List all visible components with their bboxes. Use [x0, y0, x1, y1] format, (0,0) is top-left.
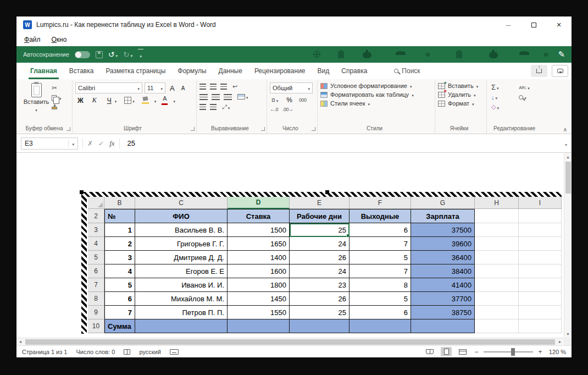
format-painter-button[interactable] — [50, 103, 63, 110]
sheet-cell[interactable]: 25 — [290, 306, 350, 319]
sheet-cell[interactable]: 38400 — [411, 264, 475, 278]
row-header[interactable]: 9 — [88, 306, 104, 319]
sheet-cell[interactable] — [519, 237, 562, 251]
sheet-cell[interactable] — [475, 278, 519, 292]
copy-button[interactable] — [50, 94, 63, 102]
confirm-entry-button[interactable]: ✓ — [98, 140, 104, 147]
horizontal-scrollbar[interactable]: ◄ ► — [16, 338, 564, 345]
column-header-e[interactable]: E — [290, 197, 350, 209]
sheet-cell[interactable] — [475, 306, 519, 319]
sheet-cell[interactable] — [519, 292, 562, 306]
sheet-cell[interactable]: Григорьев Г. Г. — [135, 237, 228, 251]
dialog-launcher-font[interactable] — [191, 127, 195, 131]
vertical-scroll-thumb[interactable] — [565, 162, 571, 194]
sheet-cell[interactable]: 37700 — [411, 292, 475, 306]
read-mode-button[interactable] — [424, 347, 435, 356]
resize-handle-topcenter[interactable] — [325, 190, 329, 194]
scroll-down-arrow[interactable]: ▼ — [564, 330, 572, 338]
dialog-launcher-number[interactable] — [312, 127, 315, 131]
sheet-cell[interactable] — [519, 319, 562, 333]
find-select-button[interactable] — [517, 93, 542, 101]
sheet-cell[interactable]: 1650 — [228, 237, 290, 251]
sheet-cell[interactable]: 3 — [104, 251, 135, 264]
sheet-cell[interactable]: 38750 — [411, 306, 475, 319]
number-format-combo[interactable]: Общий — [270, 82, 313, 93]
sheet-cell[interactable]: 6 — [104, 292, 135, 306]
sheet-cell[interactable] — [475, 292, 519, 306]
align-left-icon[interactable] — [199, 94, 208, 100]
sheet-cell[interactable]: 36400 — [411, 251, 475, 264]
sheet-cell[interactable]: 24 — [290, 264, 350, 278]
tab-data[interactable]: Данные — [213, 63, 248, 79]
align-top-icon[interactable] — [199, 84, 206, 90]
expand-formula-bar-button[interactable] — [565, 139, 567, 148]
sheet-cell[interactable]: 1600 — [228, 264, 290, 278]
menu-window[interactable]: Окно — [52, 36, 67, 43]
undo-button[interactable] — [108, 49, 118, 59]
cancel-entry-button[interactable]: ✗ — [87, 140, 93, 147]
accounting-format-button[interactable] — [270, 96, 280, 104]
format-as-table-button[interactable]: Форматировать как таблицу — [320, 91, 432, 98]
sheet-cell[interactable]: 1800 — [228, 278, 290, 292]
sheet-cell[interactable] — [475, 209, 519, 223]
redo-button[interactable] — [123, 49, 132, 59]
tab-home[interactable]: Главная — [24, 63, 63, 79]
word-count[interactable]: Число слов: 0 — [76, 349, 115, 355]
sheet-cell[interactable] — [475, 319, 519, 333]
sheet-cell[interactable] — [519, 264, 562, 278]
row-header[interactable]: 7 — [88, 278, 104, 292]
row-header[interactable]: 3 — [88, 223, 104, 237]
sheet-cell[interactable] — [475, 223, 519, 237]
scroll-right-arrow[interactable]: ► — [556, 338, 564, 346]
sheet-cell[interactable]: 7 — [350, 264, 411, 278]
web-layout-button[interactable] — [457, 347, 468, 356]
resize-handle-topleft[interactable] — [80, 190, 84, 194]
sheet-cell[interactable]: 1550 — [228, 306, 290, 319]
zoom-in-button[interactable]: + — [537, 348, 543, 356]
bold-button[interactable]: Ж — [75, 97, 86, 104]
collapse-ribbon-button[interactable] — [563, 126, 567, 133]
format-cells-button[interactable]: Формат — [438, 100, 484, 107]
tab-page-layout[interactable]: Разметка страницы — [99, 63, 171, 79]
sheet-cell[interactable]: 1500 — [228, 223, 290, 237]
row-header[interactable]: 8 — [88, 292, 104, 306]
column-header-d[interactable]: D — [228, 197, 290, 209]
column-header-f[interactable]: F — [350, 197, 411, 209]
sheet-cell[interactable]: Зарплата — [411, 209, 475, 223]
name-box[interactable]: E3 — [21, 137, 78, 150]
font-color-button[interactable]: А — [160, 96, 169, 105]
customize-quick-access-button[interactable] — [138, 49, 143, 60]
zoom-slider[interactable] — [484, 351, 533, 352]
sheet-cell[interactable]: Рабочие дни — [290, 209, 350, 223]
paste-button[interactable]: Вставить — [23, 81, 50, 113]
increase-indent-icon[interactable] — [210, 104, 217, 110]
sheet-cell[interactable] — [519, 223, 562, 237]
dialog-launcher-clipboard[interactable] — [66, 127, 70, 131]
page-info[interactable]: Страница 1 из 1 — [22, 349, 67, 355]
tab-insert[interactable]: Вставка — [63, 63, 100, 79]
column-header-b[interactable]: B — [104, 197, 135, 209]
increase-decimal-button[interactable]: ←.0 — [270, 107, 278, 112]
align-center-icon[interactable] — [212, 94, 220, 100]
sheet-cell[interactable]: Дмитриев Д. Д. — [135, 251, 228, 264]
sort-filter-button[interactable]: АЯ — [517, 82, 542, 92]
column-header-c[interactable]: C — [135, 197, 228, 209]
borders-button[interactable] — [123, 96, 136, 104]
sheet-cell[interactable]: 5 — [350, 251, 411, 264]
comma-style-button[interactable]: 000 — [299, 97, 307, 103]
align-middle-icon[interactable] — [210, 84, 217, 90]
save-icon[interactable] — [96, 51, 103, 58]
align-right-icon[interactable] — [224, 94, 232, 100]
sheet-cell[interactable]: ФИО — [135, 209, 228, 223]
sheet-cell[interactable]: 1400 — [228, 251, 290, 264]
decrease-indent-icon[interactable] — [199, 104, 206, 110]
align-bottom-icon[interactable] — [220, 84, 227, 90]
column-header-i[interactable]: I — [519, 197, 562, 209]
clear-button[interactable] — [490, 103, 512, 111]
sheet-cell[interactable]: № — [104, 209, 135, 223]
cut-button[interactable] — [50, 84, 63, 92]
orientation-button[interactable] — [220, 103, 231, 111]
sheet-cell[interactable]: 41400 — [411, 278, 475, 292]
sheet-cell[interactable]: 37500 — [411, 223, 475, 237]
row-header[interactable]: 2 — [88, 209, 104, 223]
